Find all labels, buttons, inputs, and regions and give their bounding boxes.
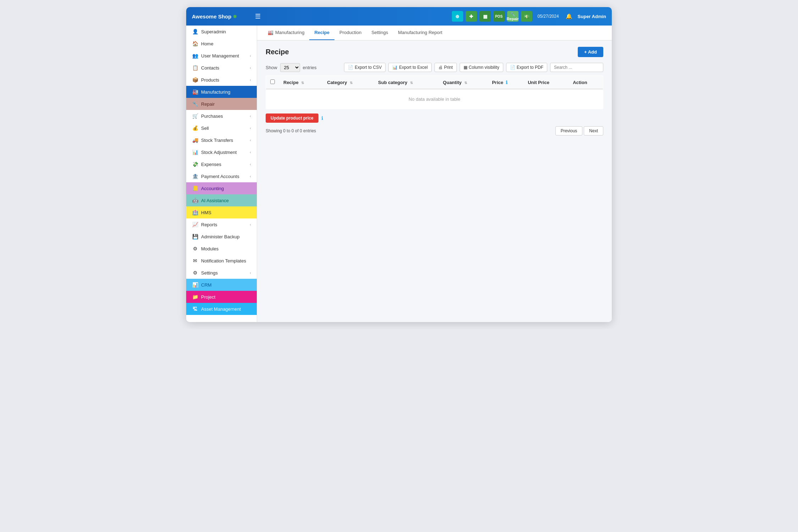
sidebar-item-project[interactable]: 📁 Project [186,291,257,303]
brand-name: Awesome Shop [192,13,231,20]
quantity-sort-icon[interactable]: ⇅ [464,81,467,85]
stock-transfers-icon: 🚚 [192,137,198,143]
sidebar-label-ai-assistance: AI Assistance [201,198,229,203]
page-title: Recipe [266,48,289,56]
tab-manufacturing-report[interactable]: Manufacturing Report [393,26,447,40]
sidebar-item-contacts[interactable]: 📋 Contacts ‹ [186,62,257,74]
sidebar-item-crm[interactable]: 📊 CRM [186,279,257,291]
add-green-btn[interactable]: ✚ [466,11,477,22]
sidebar-item-settings[interactable]: ⚙ Settings ‹ [186,267,257,279]
sidebar-item-stock-transfers[interactable]: 🚚 Stock Transfers ‹ [186,134,257,146]
sidebar-item-manufacturing[interactable]: 🏭 Manufacturing [186,86,257,98]
sidebar-item-stock-adjustment[interactable]: 📊 Stock Adjustment ‹ [186,146,257,158]
sidebar-item-hms[interactable]: 🏥 HMS [186,206,257,218]
sidebar-item-products[interactable]: 📦 Products ‹ [186,74,257,86]
sidebar-item-modules[interactable]: ⚙ Modules [186,243,257,255]
sidebar-item-superadmin[interactable]: 👤 Superadmin [186,26,257,38]
update-price-info-icon[interactable]: ℹ [321,115,323,121]
pdf-icon: 📄 [510,65,515,70]
circle-plus-icon-btn[interactable]: ⊕ [452,11,463,22]
price-info-icon[interactable]: ℹ [506,80,508,85]
entries-label: entries [303,65,317,70]
ai-assistance-icon: 🤖 [192,198,198,203]
sidebar-label-crm: CRM [201,282,212,288]
column-visibility-label: Column visibility [469,65,499,70]
sidebar-item-sell[interactable]: 💰 Sell ‹ [186,122,257,134]
hamburger-button[interactable]: ☰ [255,12,261,20]
calculator-btn[interactable]: ▦ [480,11,491,22]
previous-button[interactable]: Previous [555,126,583,135]
contacts-arrow: ‹ [250,66,251,70]
reports-arrow: ‹ [250,222,251,227]
recipe-tab-label: Recipe [314,30,329,35]
sidebar-label-products: Products [201,77,219,83]
sidebar-item-accounting[interactable]: 📒 Accounting [186,182,257,194]
update-product-price-button[interactable]: Update product price [266,113,318,123]
table-header-quantity: Quantity ⇅ [439,76,488,89]
main-content: 🏭 Manufacturing Recipe Production Settin… [257,26,612,322]
sidebar-label-reports: Reports [201,222,217,227]
pagination-row: Showing 0 to 0 of 0 entries Previous Nex… [266,126,603,135]
tab-production[interactable]: Production [334,26,366,40]
administer-backup-icon: 💾 [192,234,198,239]
show-entries-select[interactable]: 10 25 50 100 [280,63,300,72]
sidebar-item-repair[interactable]: 🔧 Repair [186,98,257,110]
recipe-sort-icon[interactable]: ⇅ [301,81,304,85]
products-arrow: ‹ [250,78,251,82]
excel-icon: 📊 [392,65,398,70]
sidebar-item-home[interactable]: 🏠 Home [186,38,257,50]
sub-category-sort-icon[interactable]: ⇅ [410,81,413,85]
repair-nav-btn[interactable]: 🔧 Repair [507,11,519,22]
sidebar-item-user-management[interactable]: 👥 User Management ‹ [186,50,257,62]
sidebar-label-home: Home [201,41,214,46]
table-header-action: Action [569,76,603,89]
sidebar-label-purchases: Purchases [201,113,223,119]
stock-adjustment-arrow: ‹ [250,150,251,154]
products-icon: 📦 [192,77,198,83]
sidebar-label-superadmin: Superadmin [201,29,226,34]
export-excel-button[interactable]: 📊 Export to Excel [388,63,432,72]
select-all-checkbox[interactable] [270,79,275,84]
settings-icon: ⚙ [192,270,198,276]
top-nav-actions: ⊕ ✚ ▦ POS 🔧 Repair 💵 05/27/2024 🔔 Super … [452,11,606,22]
expenses-arrow: ‹ [250,162,251,166]
export-csv-button[interactable]: 📄 Export to CSV [344,63,386,72]
sidebar-item-payment-accounts[interactable]: 🏦 Payment Accounts ‹ [186,170,257,182]
sidebar-label-expenses: Expenses [201,162,221,167]
column-visibility-button[interactable]: ▦ Column visibility [460,63,503,72]
category-sort-icon[interactable]: ⇅ [350,81,353,85]
sidebar-item-reports[interactable]: 📈 Reports ‹ [186,218,257,231]
sidebar-item-asset-management[interactable]: 🏗 Asset Management [186,303,257,315]
sell-arrow: ‹ [250,126,251,130]
show-label: Show [266,65,277,70]
sidebar-item-expenses[interactable]: 💸 Expenses ‹ [186,158,257,170]
tab-settings[interactable]: Settings [366,26,393,40]
sidebar: 👤 Superadmin 🏠 Home 👥 User Management ‹ … [186,26,257,322]
notification-bell-icon[interactable]: 🔔 [566,13,572,20]
pos-btn[interactable]: POS [493,11,505,22]
stock-adjustment-icon: 📊 [192,149,198,155]
sidebar-item-administer-backup[interactable]: 💾 Administer Backup [186,231,257,243]
settings-arrow: ‹ [250,271,251,275]
project-icon: 📁 [192,294,198,300]
search-input[interactable] [550,63,603,72]
sidebar-item-purchases[interactable]: 🛒 Purchases ‹ [186,110,257,122]
sidebar-item-ai-assistance[interactable]: 🤖 AI Assistance [186,194,257,206]
payment-accounts-icon: 🏦 [192,173,198,179]
settings-tab-label: Settings [371,30,388,35]
sidebar-label-accounting: Accounting [201,186,224,191]
tab-recipe[interactable]: Recipe [309,26,334,40]
page-area: Recipe + Add Show 10 25 50 100 entries [257,40,612,142]
column-visibility-icon: ▦ [464,65,467,70]
money-btn[interactable]: 💵 [521,11,532,22]
next-button[interactable]: Next [584,126,603,135]
repair-icon: 🔧 [192,101,198,107]
export-pdf-button[interactable]: 📄 Export to PDF [506,63,547,72]
update-price-row: Update product price ℹ [266,113,603,123]
purchases-icon: 🛒 [192,113,198,119]
sidebar-label-stock-transfers: Stock Transfers [201,138,233,143]
print-button[interactable]: 🖨 Print [434,63,457,72]
sidebar-label-notification-templates: Notification Templates [201,258,246,264]
add-recipe-button[interactable]: + Add [578,47,603,57]
sidebar-item-notification-templates[interactable]: ✉ Notification Templates [186,255,257,267]
